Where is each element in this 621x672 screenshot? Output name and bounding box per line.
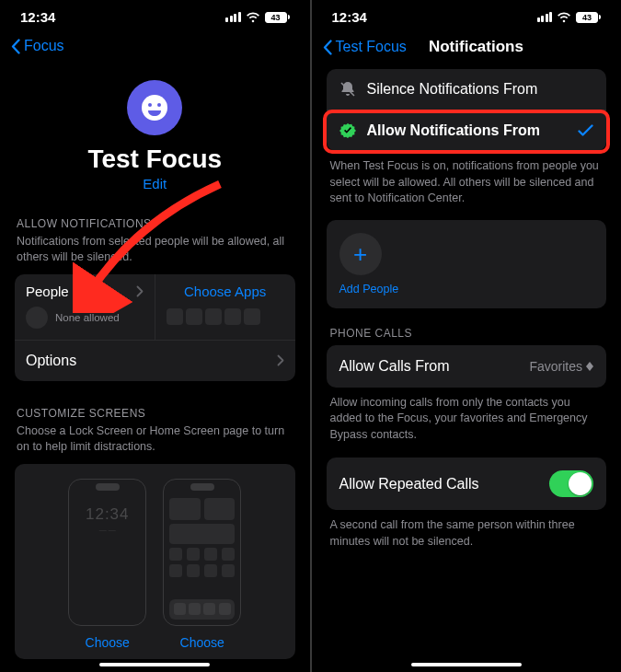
choose-home-button[interactable]: Choose	[180, 635, 224, 650]
screens-card: 12:34 — — Choose	[15, 464, 295, 659]
focus-hero: Test Focus Edit	[15, 60, 295, 191]
cellular-icon	[225, 12, 241, 22]
status-bar: 12:34 43	[0, 0, 310, 29]
allow-notifications-header: ALLOW NOTIFICATIONS	[15, 217, 295, 230]
allow-notifications-desc: Notifications from selected people will …	[15, 234, 295, 265]
phone-calls-header: PHONE CALLS	[330, 327, 607, 340]
apps-label: Choose Apps	[184, 284, 266, 299]
silence-option[interactable]: Silence Notifications From	[327, 69, 607, 110]
notifications-card: People None allowed Choose Apps	[15, 274, 295, 381]
chevron-left-icon	[323, 40, 332, 55]
status-bar: 12:34 43	[312, 0, 622, 29]
allow-calls-value: Favorites	[529, 359, 582, 374]
home-indicator[interactable]	[411, 663, 522, 666]
focus-icon	[127, 80, 182, 135]
choose-lock-button[interactable]: Choose	[86, 635, 130, 650]
allow-label: Allow Notifications From	[367, 122, 568, 139]
svg-point-0	[142, 95, 167, 121]
right-screen: 12:34 43 Test Focus Notifications Silenc…	[312, 0, 622, 672]
left-screen: 12:34 43 Focus Test Focus Edit ALLOW NOT…	[0, 0, 310, 672]
allow-calls-row[interactable]: Allow Calls From Favorites	[327, 345, 607, 388]
repeated-label: Allow Repeated Calls	[339, 476, 479, 492]
lock-time: 12:34	[75, 505, 140, 524]
edit-button[interactable]: Edit	[15, 176, 295, 191]
allow-calls-label: Allow Calls From	[339, 358, 450, 375]
add-people-card: + Add People	[327, 220, 607, 308]
chevron-right-icon	[277, 354, 284, 366]
checkmark-seal-icon	[339, 122, 356, 139]
repeated-desc: A second call from the same person withi…	[327, 510, 607, 550]
lock-screen-option[interactable]: 12:34 — — Choose	[68, 479, 146, 650]
options-button[interactable]: Options	[15, 340, 295, 381]
chevron-left-icon	[11, 39, 20, 54]
home-screen-option[interactable]: Choose	[163, 479, 241, 650]
page-title: Notifications	[342, 38, 610, 56]
options-label: Options	[26, 353, 76, 369]
people-button[interactable]: People None allowed	[15, 274, 155, 340]
mode-explain: When Test Focus is on, notifications fro…	[327, 151, 607, 207]
allow-calls-desc: Allow incoming calls from only the conta…	[327, 388, 607, 444]
back-label: Focus	[24, 38, 64, 54]
back-button[interactable]: Focus	[0, 29, 310, 60]
home-indicator[interactable]	[99, 663, 210, 666]
add-people-label: Add People	[339, 283, 594, 295]
wifi-icon	[246, 12, 260, 23]
customize-desc: Choose a Lock Screen or Home Screen page…	[15, 423, 295, 455]
plus-icon: +	[353, 242, 367, 266]
svg-point-1	[148, 103, 152, 107]
status-time: 12:34	[332, 9, 367, 25]
app-placeholders	[167, 308, 284, 325]
wifi-icon	[557, 12, 571, 23]
svg-point-2	[157, 103, 161, 107]
repeated-toggle[interactable]	[549, 470, 593, 497]
status-right: 43	[225, 12, 290, 23]
chevron-right-icon	[136, 285, 144, 297]
silence-label: Silence Notifications From	[367, 81, 594, 98]
allow-option[interactable]: Allow Notifications From	[327, 110, 607, 151]
avatar-placeholder	[26, 307, 48, 329]
focus-title: Test Focus	[15, 145, 295, 174]
cellular-icon	[537, 12, 553, 22]
customize-header: CUSTOMIZE SCREENS	[15, 407, 295, 420]
apps-button[interactable]: Choose Apps	[155, 274, 295, 340]
battery-icon: 43	[265, 12, 290, 23]
repeated-calls-row: Allow Repeated Calls	[327, 458, 607, 510]
people-label: People	[26, 284, 69, 299]
status-right: 43	[537, 12, 602, 23]
battery-icon: 43	[576, 12, 601, 23]
notification-mode-list: Silence Notifications From Allow Notific…	[327, 69, 607, 151]
checkmark-icon	[578, 124, 593, 137]
nav-bar: Test Focus Notifications	[312, 29, 622, 62]
up-down-icon	[586, 362, 593, 371]
status-time: 12:34	[20, 9, 55, 25]
smiley-icon	[140, 93, 169, 122]
add-people-button[interactable]: +	[339, 233, 382, 275]
people-sub: None allowed	[55, 312, 120, 323]
bell-slash-icon	[339, 81, 356, 98]
